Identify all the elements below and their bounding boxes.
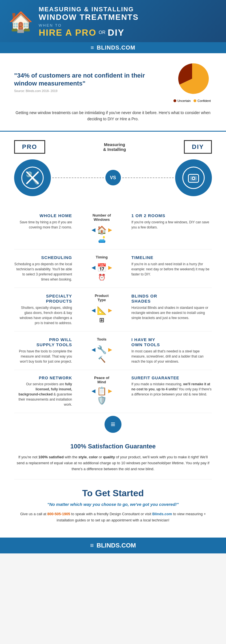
when-to-label: WHEN TO — [39, 23, 218, 27]
confident-dot — [194, 99, 196, 102]
arrows-tools: ◀ 🔧 ▶ — [92, 344, 112, 356]
pro-desc-product: Shutters, specialty shapes, sliding glas… — [14, 305, 72, 326]
arrow-right-tools: ▶ — [108, 346, 112, 353]
uncertain-label: Uncertain — [177, 99, 191, 102]
svg-point-8 — [193, 177, 194, 179]
diy-desc-product: Horizontal Blinds and shades in standard… — [131, 305, 212, 320]
arrows-product: ◀ 📐 ▶ — [92, 304, 112, 316]
comp-left-tools: PRO WILLSUPPLY TOOLS Pros have the tools… — [14, 337, 76, 364]
main-content: "34% of customers are not confident in t… — [0, 53, 226, 538]
right-dotted-line — [122, 177, 174, 178]
pro-circle: 🔧 — [14, 159, 51, 196]
pro-desc-tools: Pros have the tools to complete the meas… — [14, 349, 72, 364]
comp-left-windows: WHOLE HOME Save time by hiring a pro if … — [14, 213, 76, 243]
confident-legend: Confident — [194, 99, 211, 102]
stats-quote: "34% of customers are not confident in t… — [14, 72, 164, 88]
satisfaction-title: 100% Satisfaction Guarantee — [14, 443, 212, 450]
icon-couch: 🛋️ — [98, 236, 106, 243]
icon-triangle: 📐 — [97, 306, 107, 315]
top-brand-bar: ≡ BLINDS.COM — [0, 42, 226, 53]
measuring-label: MEASURING & INSTALLING — [39, 6, 218, 13]
comparison-section: WHOLE HOME Save time by hiring a pro if … — [14, 207, 212, 370]
satisfaction-text: If you're not 100% satisfied with the st… — [14, 454, 212, 472]
diy-title-product: BLINDS orSHADES — [131, 294, 212, 304]
arrow-right-windows: ▶ — [108, 227, 112, 233]
pie-chart — [175, 62, 209, 96]
circles-row: 🔧 VS — [14, 159, 212, 196]
pro-desc-timing: Scheduling a pro depends on the local te… — [14, 262, 72, 282]
arrow-right-product: ▶ — [108, 307, 112, 313]
footer-logo-icon: ≡ — [90, 542, 94, 549]
arrows-timing: ◀ 📅 ▶ — [92, 262, 112, 274]
brand-logo-text: BLINDS.COM — [97, 44, 136, 51]
comparison-row-timing: SCHEDULING Scheduling a pro depends on t… — [14, 249, 212, 288]
vs-circle: VS — [105, 170, 121, 185]
arrow-left-peace: ◀ — [92, 388, 95, 394]
peace-center: Peace ofMind ◀ 📋 ▶ 🛡️ — [76, 376, 127, 407]
get-started-title: To Get Started — [14, 488, 212, 498]
center-label-product: ProductType — [95, 294, 108, 302]
measuring-label: Measuring& Installing — [103, 142, 126, 152]
diy-desc-tools: In most cases all that's needed is a ste… — [131, 349, 212, 364]
url-link[interactable]: Blinds.com — [152, 512, 172, 516]
diy-desc-peace: If you made a mistake measuring, we'll r… — [131, 382, 212, 397]
icon-clock: ⏰ — [98, 274, 106, 281]
get-started-quote: "No matter which way you choose to go, w… — [14, 502, 212, 507]
hire-label: HIRE A PRO — [39, 27, 96, 38]
pie-chart-container: Uncertain Confident — [172, 62, 212, 102]
intro-text: Getting new window treatments can be int… — [14, 110, 212, 122]
center-label-peace: Peace ofMind — [79, 376, 124, 384]
peace-left: PRO Network Our service providers are fu… — [14, 376, 76, 407]
pro-title-timing: SCHEDULING — [14, 255, 72, 260]
diy-label: DIY — [108, 27, 124, 38]
icon-window: ⊞ — [99, 316, 104, 324]
comp-center-product: ProductType ◀ 📐 ▶ ⊞ — [76, 294, 127, 326]
pro-diy-header: PRO Measuring& Installing DIY — [14, 140, 212, 154]
get-started-section: To Get Started "No matter which way you … — [14, 480, 212, 529]
diy-title-peace: Surefit Guarantee — [131, 376, 212, 380]
comp-right-timing: TIMELINE If you're in a rush and need in… — [127, 255, 212, 282]
or-label: OR — [99, 30, 105, 35]
uncertain-legend: Uncertain — [173, 99, 191, 102]
peace-right: Surefit Guarantee If you made a mistake … — [127, 376, 212, 407]
arrow-right-peace: ▶ — [108, 388, 112, 394]
arrow-left-timing: ◀ — [92, 264, 95, 271]
diy-desc-windows: If you're only covering a few windows, D… — [131, 220, 212, 230]
comp-center-tools: Tools ◀ 🔧 ▶ 🔨 — [76, 337, 127, 364]
comparison-row-product: SPECIALTYPRODUCTS Shutters, specialty sh… — [14, 288, 212, 331]
comp-center-timing: Timing ◀ 📅 ▶ ⏰ — [76, 255, 127, 282]
get-started-text: Give us a call at 800-505-1905 to speak … — [14, 511, 212, 523]
arrow-left-windows: ◀ — [92, 227, 95, 233]
arrows-windows: ◀ 🏠 ▶ — [92, 224, 112, 236]
satisfaction-section: 100% Satisfaction Guarantee If you're no… — [14, 436, 212, 479]
stats-text: "34% of customers are not confident in t… — [14, 72, 164, 93]
pro-title-windows: WHOLE HOME — [14, 213, 72, 218]
header: 🏠 MEASURING & INSTALLING WINDOW TREATMEN… — [0, 0, 226, 42]
pro-title-tools: PRO WILLSUPPLY TOOLS — [14, 337, 72, 347]
diy-desc-timing: If you're in a rush and need install in … — [131, 262, 212, 277]
diy-title-windows: 1 or 2 ROOMS — [131, 213, 212, 218]
comp-right-tools: I HAVE MYOWN TOOLS In most cases all tha… — [127, 337, 212, 364]
comp-center-windows: Number ofWindows ◀ 🏠 ▶ 🛋️ — [76, 213, 127, 243]
icon-windows: 🏠 — [97, 225, 107, 235]
confident-label: Confident — [197, 99, 211, 102]
diy-title-tools: I HAVE MYOWN TOOLS — [131, 337, 212, 347]
icon-hammer: 🔨 — [98, 356, 106, 363]
footer-logo-text: BLINDS.COM — [97, 542, 136, 549]
arrows-peace: ◀ 📋 ▶ — [79, 386, 124, 396]
arrow-right-timing: ▶ — [108, 264, 112, 271]
blinds-center-logo: ≡ — [105, 416, 121, 433]
comp-right-windows: 1 or 2 ROOMS If you're only covering a f… — [127, 213, 212, 243]
comp-left-product: SPECIALTYPRODUCTS Shutters, specialty sh… — [14, 294, 76, 326]
uncertain-dot — [173, 99, 176, 102]
comp-left-timing: SCHEDULING Scheduling a pro depends on t… — [14, 255, 76, 282]
pro-title-product: SPECIALTYPRODUCTS — [14, 294, 72, 304]
window-label: WINDOW TREATMENTS — [39, 13, 218, 22]
section-divider — [0, 131, 226, 132]
icon-shield-heart: 🛡️ — [97, 396, 107, 405]
comp-right-product: BLINDS orSHADES Horizontal Blinds and sh… — [127, 294, 212, 326]
header-text: MEASURING & INSTALLING WINDOW TREATMENTS… — [39, 6, 218, 38]
phone-link[interactable]: 800-505-1905 — [47, 512, 70, 516]
diy-title-timing: TIMELINE — [131, 255, 212, 260]
stats-section: "34% of customers are not confident in t… — [14, 62, 212, 102]
